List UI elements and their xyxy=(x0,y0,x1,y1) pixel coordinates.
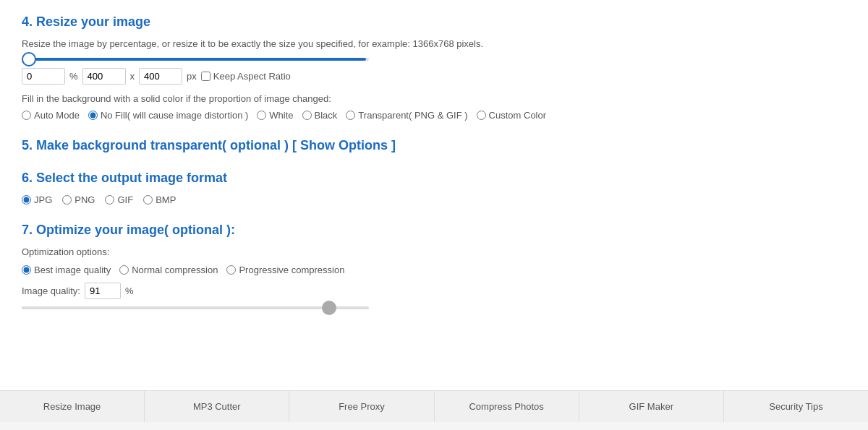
optimize-progressive-label: Progressive compression xyxy=(239,265,344,275)
format-options-row: JPG PNG GIF BMP xyxy=(22,194,846,205)
footer-resize-image[interactable]: Resize Image xyxy=(0,391,145,422)
background-title-text: 5. Make background transparent( optional… xyxy=(22,138,292,152)
resize-description: Resize the image by percentage, or resiz… xyxy=(22,38,846,49)
footer-resize-image-label: Resize Image xyxy=(43,401,101,412)
format-title: 6. Select the output image format xyxy=(22,171,846,186)
fill-transparent-radio[interactable] xyxy=(346,111,355,120)
optimize-best-radio[interactable] xyxy=(22,265,31,275)
fill-white-label: White xyxy=(269,110,293,121)
optimize-title: 7. Optimize your image( optional ): xyxy=(22,223,846,238)
fill-nofill[interactable]: No Fill( will cause image distortion ) xyxy=(88,110,248,121)
resize-title: 4. Resize your image xyxy=(22,14,846,30)
fill-nofill-label: No Fill( will cause image distortion ) xyxy=(101,110,248,121)
format-png-radio[interactable] xyxy=(62,195,72,205)
quality-slider-fill xyxy=(22,306,329,309)
optimize-section: 7. Optimize your image( optional ): Opti… xyxy=(22,223,846,309)
fill-custom-radio[interactable] xyxy=(477,111,486,120)
fill-custom[interactable]: Custom Color xyxy=(477,110,546,121)
footer-mp3-cutter-label: MP3 Cutter xyxy=(193,401,241,412)
optimize-normal-radio[interactable] xyxy=(119,265,129,275)
optimize-progressive[interactable]: Progressive compression xyxy=(226,265,344,275)
fill-label: Fill in the background with a solid colo… xyxy=(22,93,846,104)
format-gif-radio[interactable] xyxy=(105,195,114,205)
fill-white-radio[interactable] xyxy=(257,111,266,120)
optimize-normal[interactable]: Normal compression xyxy=(119,265,218,275)
width-input[interactable] xyxy=(82,68,126,85)
footer-compress-photos-label: Compress Photos xyxy=(469,401,543,412)
quality-slider-container xyxy=(22,306,846,309)
optimize-progressive-radio[interactable] xyxy=(226,265,236,275)
quality-percent: % xyxy=(125,285,134,296)
main-content: 4. Resize your image Resize the image by… xyxy=(0,0,868,390)
fill-auto[interactable]: Auto Mode xyxy=(22,110,80,121)
background-section: 5. Make background transparent( optional… xyxy=(22,138,846,153)
fill-black[interactable]: Black xyxy=(302,110,338,121)
format-gif[interactable]: GIF xyxy=(105,194,133,205)
format-jpg-radio[interactable] xyxy=(22,195,31,205)
footer-gif-maker-label: GIF Maker xyxy=(629,401,673,412)
x-label: x xyxy=(130,71,135,82)
footer-gif-maker[interactable]: GIF Maker xyxy=(579,391,724,422)
fill-black-label: Black xyxy=(315,110,338,121)
fill-auto-radio[interactable] xyxy=(22,111,31,120)
quality-input[interactable] xyxy=(85,283,121,299)
footer-free-proxy[interactable]: Free Proxy xyxy=(289,391,434,422)
format-png[interactable]: PNG xyxy=(62,194,95,205)
format-section: 6. Select the output image format JPG PN… xyxy=(22,171,846,205)
optimize-normal-label: Normal compression xyxy=(132,265,218,275)
fill-custom-label: Custom Color xyxy=(489,110,546,121)
resize-slider-fill xyxy=(33,58,366,61)
format-bmp-label: BMP xyxy=(156,194,176,205)
format-jpg-label: JPG xyxy=(34,194,52,205)
format-gif-label: GIF xyxy=(117,194,133,205)
percent-input[interactable] xyxy=(22,68,65,85)
optimize-best-label: Best image quality xyxy=(34,265,111,275)
format-png-label: PNG xyxy=(75,194,95,205)
format-bmp[interactable]: BMP xyxy=(143,194,176,205)
fill-white[interactable]: White xyxy=(257,110,293,121)
footer-mp3-cutter[interactable]: MP3 Cutter xyxy=(145,391,289,422)
quality-label: Image quality: xyxy=(22,285,80,296)
format-bmp-radio[interactable] xyxy=(143,195,153,205)
resize-slider-thumb[interactable] xyxy=(22,52,36,66)
keep-aspect-label[interactable]: Keep Aspect Ratio xyxy=(201,71,291,82)
fill-transparent-label: Transparent( PNG & GIF ) xyxy=(358,110,467,121)
size-row: % x px Keep Aspect Ratio xyxy=(22,68,846,85)
keep-aspect-text: Keep Aspect Ratio xyxy=(213,71,291,82)
optimize-options-label: Optimization options: xyxy=(22,246,846,257)
optimize-options-row: Best image quality Normal compression Pr… xyxy=(22,265,846,275)
resize-slider-container xyxy=(22,58,846,61)
footer-security-tips-label: Security Tips xyxy=(769,401,822,412)
footer-security-tips[interactable]: Security Tips xyxy=(724,391,868,422)
footer-nav: Resize Image MP3 Cutter Free Proxy Compr… xyxy=(0,390,868,422)
quality-slider-thumb[interactable] xyxy=(322,301,336,315)
resize-section: 4. Resize your image Resize the image by… xyxy=(22,14,846,121)
fill-options-row: Auto Mode No Fill( will cause image dist… xyxy=(22,110,846,121)
px-label: px xyxy=(187,71,197,82)
optimize-best[interactable]: Best image quality xyxy=(22,265,111,275)
background-title: 5. Make background transparent( optional… xyxy=(22,138,846,153)
format-jpg[interactable]: JPG xyxy=(22,194,52,205)
height-input[interactable] xyxy=(139,68,182,85)
fill-auto-label: Auto Mode xyxy=(34,110,80,121)
percent-label: % xyxy=(69,71,78,82)
footer-compress-photos[interactable]: Compress Photos xyxy=(435,391,579,422)
keep-aspect-checkbox[interactable] xyxy=(201,72,210,81)
quality-row: Image quality: % xyxy=(22,283,846,299)
fill-transparent[interactable]: Transparent( PNG & GIF ) xyxy=(346,110,467,121)
show-options-link[interactable]: [ Show Options ] xyxy=(292,138,396,152)
resize-slider-track[interactable] xyxy=(22,58,369,61)
quality-slider-track[interactable] xyxy=(22,306,369,309)
footer-free-proxy-label: Free Proxy xyxy=(339,401,385,412)
fill-nofill-radio[interactable] xyxy=(88,111,98,120)
fill-black-radio[interactable] xyxy=(302,111,312,120)
